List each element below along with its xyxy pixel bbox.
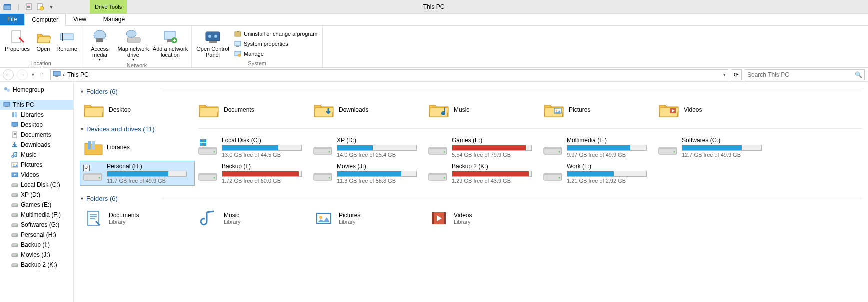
drive-item[interactable]: Backup 2 (K:)1.29 GB free of 43.9 GB	[425, 161, 540, 186]
drive-icon	[83, 138, 103, 156]
svg-rect-82	[429, 147, 447, 149]
library-item[interactable]: PicturesLibrary	[310, 204, 425, 232]
drive-item[interactable]: ✓Personal (H:)11.7 GB free of 49.9 GB	[80, 161, 195, 186]
drive-item[interactable]: Games (E:)5.54 GB free of 79.9 GB	[425, 135, 540, 160]
qat-dropdown-icon[interactable]: ▾	[47, 2, 56, 11]
sidebar-item[interactable]: Personal (H:)	[0, 230, 74, 240]
up-button[interactable]: ↑	[38, 70, 48, 79]
folder-item[interactable]: Videos	[655, 97, 770, 122]
access-media-button[interactable]: Access media▾	[86, 27, 114, 62]
drive-tools-context-tab[interactable]: Drive Tools	[90, 0, 127, 14]
access-media-icon	[92, 29, 108, 45]
navigation-pane: Homegroup This PC LibrariesDesktopDocume…	[0, 82, 74, 302]
back-button[interactable]: ←	[3, 69, 14, 80]
sidebar-item[interactable]: Downloads	[0, 140, 74, 150]
open-button[interactable]: Open	[33, 27, 54, 60]
ribbon-group-location: Properties Open Rename Location	[0, 26, 82, 67]
library-icon	[428, 207, 450, 229]
add-network-icon	[162, 29, 178, 45]
sidebar-item[interactable]: Desktop	[0, 120, 74, 130]
library-icon	[83, 207, 105, 229]
sidebar-item-thispc[interactable]: This PC	[0, 100, 74, 110]
history-dropdown-icon[interactable]: ▼	[31, 72, 36, 77]
sidebar-item[interactable]: Videos	[0, 170, 74, 180]
svg-rect-79	[314, 147, 332, 149]
sidebar-item[interactable]: Movies (J:)	[0, 250, 74, 260]
folder-item[interactable]: Desktop	[80, 97, 195, 122]
refresh-button[interactable]: ⟳	[731, 69, 742, 80]
sidebar-item[interactable]: Local Disk (C:)	[0, 180, 74, 190]
uninstall-program-link[interactable]: Uninstall or change a program	[234, 30, 318, 38]
svg-rect-40	[14, 133, 16, 134]
folder-item[interactable]: Documents	[195, 97, 310, 122]
drive-item[interactable]: Backup (I:)1.72 GB free of 60.0 GB	[195, 161, 310, 186]
library-item[interactable]: VideosLibrary	[425, 204, 540, 232]
folder-icon	[83, 100, 105, 119]
sidebar-item[interactable]: Libraries	[0, 110, 74, 120]
drive-label: Games (E:)	[452, 137, 537, 144]
drive-free: 1.21 GB free of 2.92 GB	[567, 178, 652, 184]
sidebar-item[interactable]: Documents	[0, 130, 74, 140]
svg-rect-33	[4, 102, 10, 106]
svg-rect-69	[88, 141, 91, 149]
breadcrumb-sep-icon[interactable]: ▸	[63, 72, 66, 77]
search-input[interactable]	[748, 71, 855, 78]
sidebar-item[interactable]: Softwares (G:)	[0, 220, 74, 230]
address-bar[interactable]: ▸ This PC ▾	[50, 69, 728, 80]
drive-item[interactable]: Work (L:)1.21 GB free of 2.92 GB	[540, 161, 655, 186]
drive-item[interactable]: XP (D:)14.0 GB free of 25.4 GB	[310, 135, 425, 160]
manage-link[interactable]: Manage	[234, 50, 318, 58]
folder-item[interactable]: Pictures	[540, 97, 655, 122]
tab-manage[interactable]: Manage	[96, 13, 132, 25]
properties-button[interactable]: Properties	[3, 27, 32, 60]
folder-icon	[428, 100, 450, 119]
qat-properties-icon[interactable]	[25, 2, 34, 11]
folder-item[interactable]: Music	[425, 97, 540, 122]
search-box[interactable]: 🔍	[745, 69, 865, 80]
section-drives-header[interactable]: ▼ Devices and drives (11)	[80, 125, 154, 133]
tree-label: Backup 2 (K:)	[21, 261, 58, 268]
sidebar-item[interactable]: Multimedia (F:)	[0, 210, 74, 220]
sidebar-item[interactable]: Pictures	[0, 160, 74, 170]
drive-item[interactable]: Libraries	[80, 135, 195, 160]
checkbox-icon[interactable]: ✓	[84, 165, 90, 171]
usage-bar	[222, 171, 302, 177]
tree-label: Local Disk (C:)	[21, 181, 60, 188]
forward-button[interactable]: →	[17, 69, 28, 80]
svg-point-57	[16, 235, 18, 236]
tab-computer[interactable]: Computer	[24, 14, 66, 26]
map-network-drive-button[interactable]: Map network drive▾	[116, 27, 152, 62]
drive-item[interactable]: Multimedia (F:)9.97 GB free of 49.9 GB	[540, 135, 655, 160]
folder-item[interactable]: Downloads	[310, 97, 425, 122]
svg-point-77	[214, 151, 216, 153]
sidebar-item[interactable]: XP (D:)	[0, 190, 74, 200]
section-folders-header[interactable]: ▼ Folders (6)	[80, 88, 118, 95]
drive-item[interactable]: Movies (J:)11.3 GB free of 58.8 GB	[310, 161, 425, 186]
svg-point-28	[238, 54, 241, 57]
drive-item[interactable]: Local Disk (C:)13.0 GB free of 44.5 GB	[195, 135, 310, 160]
qat-new-icon[interactable]	[36, 2, 45, 11]
rename-icon	[59, 29, 75, 45]
sidebar-item[interactable]: Music	[0, 150, 74, 160]
tree-icon	[11, 211, 19, 219]
svg-point-98	[329, 177, 330, 179]
tab-view[interactable]: View	[66, 13, 94, 25]
sidebar-item[interactable]: Backup (I:)	[0, 240, 74, 250]
library-item[interactable]: DocumentsLibrary	[80, 204, 195, 232]
system-properties-link[interactable]: System properties	[234, 40, 318, 48]
drive-item[interactable]: Softwares (G:)12.7 GB free of 49.9 GB	[655, 135, 770, 160]
open-control-panel-button[interactable]: Open Control Panel	[195, 27, 231, 60]
sidebar-item-homegroup[interactable]: Homegroup	[0, 85, 74, 95]
sidebar-item[interactable]: Backup 2 (K:)	[0, 260, 74, 270]
section-libraries-header[interactable]: ▼ Folders (6)	[80, 195, 118, 202]
svg-rect-65	[444, 107, 446, 113]
address-dropdown-icon[interactable]: ▾	[724, 72, 726, 77]
add-network-location-button[interactable]: Add a network location	[152, 27, 188, 62]
sidebar-item[interactable]: Games (E:)	[0, 200, 74, 210]
svg-rect-0	[4, 5, 11, 10]
library-item[interactable]: MusicLibrary	[195, 204, 310, 232]
rename-button[interactable]: Rename	[55, 27, 79, 60]
breadcrumb[interactable]: This PC	[68, 71, 89, 78]
library-icon	[313, 207, 335, 229]
tab-file[interactable]: File	[0, 13, 24, 25]
